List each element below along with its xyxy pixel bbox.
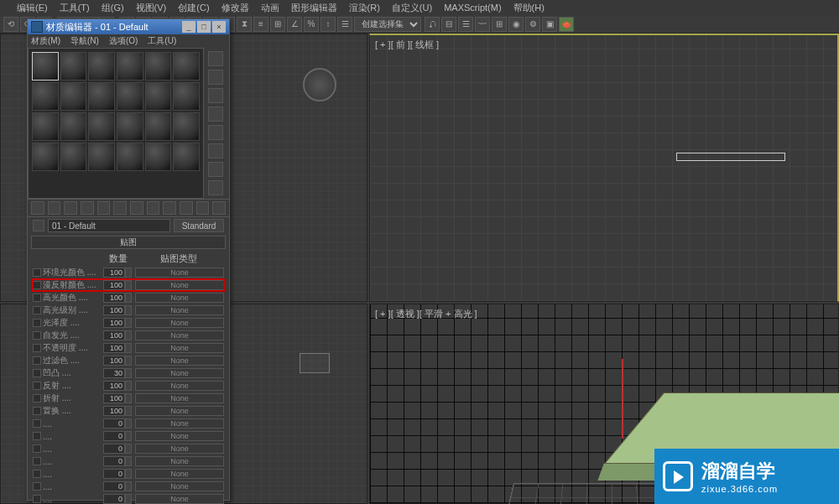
- map-amount-input[interactable]: 100: [103, 293, 125, 303]
- material-sample-slot[interactable]: [173, 112, 200, 141]
- spinner-icon[interactable]: [125, 381, 132, 391]
- menu-item[interactable]: 创建(C): [178, 2, 209, 14]
- map-amount-input[interactable]: 0: [103, 494, 125, 504]
- spinner-icon[interactable]: [125, 343, 132, 353]
- named-selection-dropdown[interactable]: 创建选择集: [354, 17, 421, 32]
- background-icon[interactable]: [208, 88, 223, 103]
- map-amount-input[interactable]: 100: [103, 318, 125, 328]
- map-enable-checkbox[interactable]: [33, 457, 41, 465]
- map-type-button[interactable]: None: [135, 406, 224, 416]
- map-enable-checkbox[interactable]: [33, 382, 41, 390]
- material-sample-slot[interactable]: [32, 82, 59, 111]
- percent-snap-icon[interactable]: %: [304, 17, 319, 32]
- sample-uv-icon[interactable]: [208, 107, 223, 122]
- backlight-icon[interactable]: [208, 70, 223, 85]
- material-name-input[interactable]: [48, 219, 170, 232]
- spinner-icon[interactable]: [125, 368, 132, 378]
- map-type-button[interactable]: None: [135, 494, 224, 504]
- map-enable-checkbox[interactable]: [33, 344, 41, 352]
- render-icon[interactable]: 🫖: [559, 17, 574, 32]
- map-amount-input[interactable]: 100: [103, 280, 125, 290]
- map-amount-input[interactable]: 0: [103, 456, 125, 466]
- show-end-icon[interactable]: [180, 201, 193, 215]
- material-sample-slot[interactable]: [60, 52, 87, 81]
- spinner-icon[interactable]: [125, 418, 132, 429]
- map-type-button[interactable]: None: [135, 418, 224, 429]
- map-amount-input[interactable]: 100: [103, 305, 125, 315]
- material-sample-slot[interactable]: [88, 52, 115, 81]
- render-setup-icon[interactable]: ⚙: [525, 17, 540, 32]
- map-type-button[interactable]: None: [135, 469, 224, 479]
- map-type-button[interactable]: None: [135, 330, 224, 340]
- spinner-icon[interactable]: [125, 431, 132, 441]
- map-enable-checkbox[interactable]: [33, 407, 41, 415]
- map-enable-checkbox[interactable]: [33, 356, 41, 365]
- spinner-icon[interactable]: [125, 393, 132, 403]
- mirror-tool-icon[interactable]: ⧗: [237, 17, 252, 32]
- material-editor-window[interactable]: 材质编辑器 - 01 - Default _ □ × 材质(M)导航(N)选项(…: [27, 18, 230, 501]
- spinner-icon[interactable]: [125, 494, 132, 504]
- select-by-mat-icon[interactable]: [208, 180, 223, 195]
- map-enable-checkbox[interactable]: [33, 394, 41, 403]
- menu-item[interactable]: 图形编辑器: [291, 2, 337, 14]
- material-sample-slot[interactable]: [88, 143, 115, 171]
- sample-type-icon[interactable]: [208, 51, 223, 66]
- map-enable-checkbox[interactable]: [33, 268, 41, 277]
- map-type-button[interactable]: None: [135, 444, 224, 454]
- video-check-icon[interactable]: [208, 125, 223, 140]
- map-amount-input[interactable]: 100: [103, 330, 125, 340]
- material-sample-slot[interactable]: [173, 52, 200, 81]
- map-amount-input[interactable]: 100: [103, 268, 125, 278]
- get-material-icon[interactable]: [31, 201, 44, 215]
- eyedropper-icon[interactable]: [33, 220, 44, 231]
- named-sel-icon[interactable]: ☰: [337, 17, 352, 32]
- material-sample-slot[interactable]: [173, 143, 200, 171]
- map-type-button[interactable]: None: [135, 356, 224, 366]
- material-sample-slot[interactable]: [145, 52, 172, 81]
- menu-item[interactable]: 工具(T): [60, 2, 90, 14]
- material-editor-titlebar[interactable]: 材质编辑器 - 01 - Default _ □ ×: [28, 19, 229, 34]
- align-icon[interactable]: ⊟: [441, 17, 456, 32]
- options-icon[interactable]: [208, 162, 223, 177]
- map-enable-checkbox[interactable]: [33, 419, 41, 428]
- material-sample-slot[interactable]: [117, 143, 143, 171]
- map-enable-checkbox[interactable]: [33, 319, 41, 327]
- material-sample-slot[interactable]: [88, 82, 115, 111]
- material-sample-slot[interactable]: [32, 112, 59, 141]
- menu-item[interactable]: 自定义(U): [392, 2, 432, 14]
- mat-menu-item[interactable]: 材质(M): [31, 35, 60, 47]
- minimize-button[interactable]: _: [182, 21, 195, 33]
- map-enable-checkbox[interactable]: [33, 432, 41, 440]
- go-forward-icon[interactable]: [212, 201, 226, 215]
- map-amount-input[interactable]: 100: [103, 381, 125, 391]
- map-amount-input[interactable]: 0: [103, 418, 125, 429]
- maps-rollout-header[interactable]: 贴图: [31, 236, 226, 249]
- map-amount-input[interactable]: 0: [103, 431, 125, 441]
- map-amount-input[interactable]: 0: [103, 469, 125, 479]
- map-amount-input[interactable]: 100: [103, 343, 125, 353]
- spinner-icon[interactable]: [125, 268, 132, 278]
- curve-editor-icon[interactable]: 〰: [475, 17, 490, 32]
- map-amount-input[interactable]: 100: [103, 356, 125, 366]
- map-type-button[interactable]: None: [135, 456, 224, 466]
- material-editor-icon[interactable]: ◉: [508, 17, 524, 32]
- map-type-button[interactable]: None: [135, 280, 224, 290]
- layer-icon[interactable]: ☰: [458, 17, 473, 32]
- reset-icon[interactable]: [81, 201, 94, 215]
- snap-toggle-icon[interactable]: ⊞: [270, 17, 285, 32]
- map-enable-checkbox[interactable]: [33, 306, 41, 314]
- map-amount-input[interactable]: 0: [103, 481, 125, 491]
- menu-item[interactable]: 帮助(H): [513, 2, 545, 14]
- make-copy-icon[interactable]: [97, 201, 111, 215]
- menu-item[interactable]: 编辑(E): [17, 2, 48, 14]
- viewcube-icon[interactable]: [303, 68, 336, 101]
- map-amount-input[interactable]: 100: [103, 406, 125, 416]
- put-to-scene-icon[interactable]: [48, 201, 61, 215]
- material-sample-slot[interactable]: [173, 82, 200, 111]
- map-enable-checkbox[interactable]: [33, 294, 41, 302]
- menu-item[interactable]: 修改器: [221, 2, 249, 14]
- spinner-icon[interactable]: [125, 293, 132, 303]
- map-enable-checkbox[interactable]: [33, 331, 41, 340]
- tool-undo-icon[interactable]: ⟲: [3, 17, 18, 32]
- mat-id-icon[interactable]: [147, 201, 160, 215]
